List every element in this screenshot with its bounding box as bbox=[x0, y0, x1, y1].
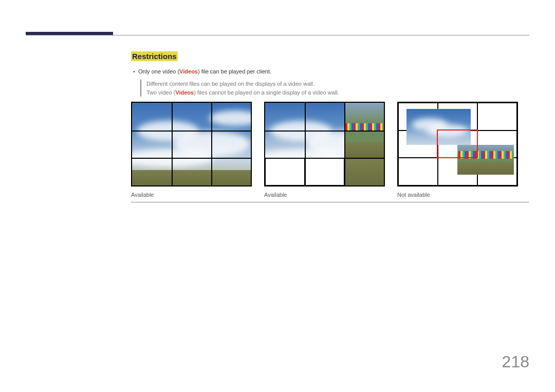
bullet-prefix: Only one video ( bbox=[138, 68, 179, 74]
bullet-text: Only one video (Videos) file can be play… bbox=[138, 68, 529, 74]
figure-2-caption: Available bbox=[264, 192, 385, 198]
section-title: Restrictions bbox=[131, 51, 178, 61]
figure-3-caption: Not available bbox=[397, 192, 518, 198]
empty-cell bbox=[305, 158, 344, 185]
figure-1-caption: Available bbox=[131, 192, 252, 198]
conflict-indicator bbox=[437, 129, 478, 158]
bullet-item: • Only one video (Videos) file can be pl… bbox=[131, 68, 529, 74]
sky-image-top bbox=[265, 103, 344, 158]
empty-cell bbox=[265, 158, 305, 185]
header-divider bbox=[26, 35, 529, 35]
note-line-2-prefix: Two video ( bbox=[146, 89, 175, 96]
note-line-2: Two video (Videos) files cannot be playe… bbox=[146, 88, 529, 97]
note-line-1: Different content files can be played on… bbox=[146, 80, 529, 88]
caption-divider bbox=[131, 202, 529, 202]
empty-cell bbox=[477, 103, 517, 130]
figures-row: Available Available bbox=[131, 102, 518, 198]
bullet-dot: • bbox=[131, 68, 138, 74]
video-wall-1 bbox=[131, 102, 252, 186]
flags-image-right bbox=[344, 103, 384, 158]
bullet-suffix: ) file can be played per client. bbox=[198, 68, 271, 74]
note-block: Different content files can be played on… bbox=[140, 80, 529, 97]
empty-cell bbox=[398, 158, 438, 185]
videos-label-2: Videos bbox=[175, 89, 194, 96]
figure-3: Not available bbox=[397, 102, 518, 198]
main-content: Restrictions • Only one video (Videos) f… bbox=[131, 51, 529, 97]
video-wall-2 bbox=[264, 102, 385, 186]
videos-label: Videos bbox=[179, 68, 198, 74]
video-wall-3 bbox=[397, 102, 518, 186]
note-line-2-suffix: ) files cannot be played on a single dis… bbox=[194, 89, 339, 96]
grass-image-cell bbox=[344, 158, 384, 185]
page-number: 218 bbox=[502, 352, 529, 371]
figure-2: Available bbox=[264, 102, 385, 198]
figure-1: Available bbox=[131, 102, 252, 198]
sky-image-full bbox=[132, 103, 251, 185]
